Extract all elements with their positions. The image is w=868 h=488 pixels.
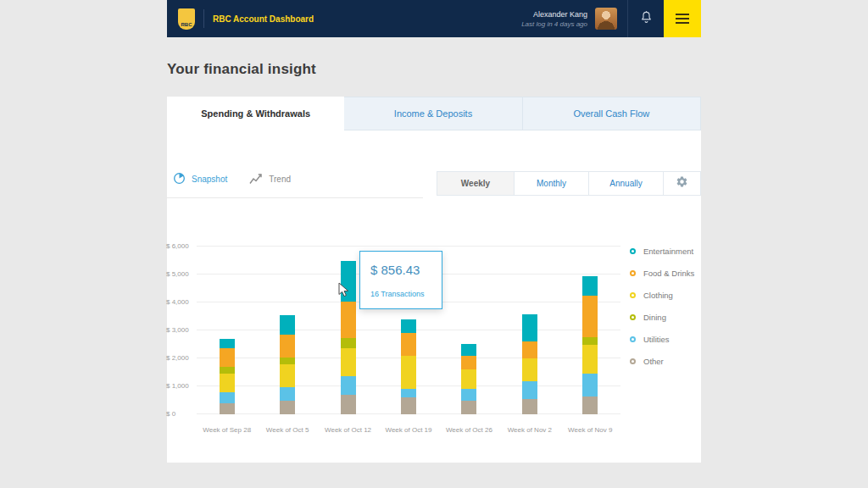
bar-segment[interactable]	[220, 374, 235, 391]
y-axis-tick-label: $ 4,000	[166, 298, 189, 306]
bar-segment[interactable]	[341, 338, 356, 348]
bar-segment[interactable]	[582, 296, 598, 338]
y-axis-tick-label: $ 1,000	[166, 382, 189, 390]
bar-segment[interactable]	[220, 392, 235, 403]
bar-segment[interactable]	[401, 389, 416, 397]
x-axis-label: Week of Oct 19	[378, 426, 438, 434]
hamburger-icon	[676, 14, 689, 24]
bar-segment[interactable]	[582, 374, 598, 396]
bar-segment[interactable]	[280, 358, 295, 364]
x-axis-label: Week of Oct 5	[257, 426, 317, 434]
tooltip-amount: $ 856.43	[370, 263, 431, 277]
bar-segment[interactable]	[280, 335, 295, 358]
y-axis-tick-label: $ 6,000	[166, 242, 189, 250]
bar-segment[interactable]	[280, 315, 295, 335]
bar-segment[interactable]	[582, 345, 598, 374]
y-axis-tick-label: $ 0	[166, 410, 175, 418]
bar-segment[interactable]	[582, 337, 598, 344]
view-toggles: Snapshot Trend	[173, 172, 291, 186]
gear-icon	[676, 175, 688, 191]
pie-chart-icon	[173, 172, 186, 186]
legend-item[interactable]: Dining	[630, 313, 694, 322]
bar-segment[interactable]	[401, 356, 416, 390]
bar-segment[interactable]	[220, 367, 235, 374]
bar-segment[interactable]	[522, 381, 537, 398]
gridline	[197, 246, 620, 247]
tooltip-transactions-link[interactable]: 16 Transactions	[370, 290, 431, 298]
legend-item[interactable]: Food & Drinks	[630, 269, 694, 278]
period-monthly-button[interactable]: Monthly	[515, 171, 589, 196]
legend-swatch	[630, 314, 636, 320]
legend-label: Utilities	[643, 335, 670, 344]
bar-segment[interactable]	[401, 319, 416, 334]
snapshot-label: Snapshot	[192, 175, 227, 184]
rbc-logo: RBC	[178, 8, 195, 30]
period-toggle: Weekly Monthly Annually	[437, 171, 701, 196]
avatar[interactable]	[595, 8, 617, 30]
chart-settings-button[interactable]	[664, 171, 701, 196]
legend-swatch	[630, 292, 636, 298]
bar-segment[interactable]	[341, 348, 356, 376]
legend-item[interactable]: Clothing	[630, 291, 694, 300]
legend-item[interactable]: Other	[630, 357, 694, 366]
tab-income-deposits[interactable]: Income & Deposits	[344, 97, 522, 130]
bar-segment[interactable]	[582, 396, 598, 414]
y-axis-tick-label: $ 5,000	[166, 270, 189, 278]
x-axis-label: Week of Oct 12	[318, 426, 378, 434]
legend-label: Other	[643, 357, 664, 366]
legend-label: Food & Drinks	[643, 269, 694, 278]
bar-segment[interactable]	[341, 302, 356, 338]
legend-label: Clothing	[643, 291, 673, 300]
notifications-button[interactable]	[627, 0, 664, 37]
bar-segment[interactable]	[461, 369, 476, 388]
view-toggle-underline	[167, 197, 423, 198]
legend-item[interactable]: Utilities	[630, 335, 694, 344]
period-annually-button[interactable]: Annually	[589, 171, 664, 196]
x-axis-label: Week of Sep 28	[197, 426, 257, 434]
bar-segment[interactable]	[220, 339, 235, 349]
bar-segment[interactable]	[401, 333, 416, 355]
user-name: Alexander Kang	[521, 10, 587, 19]
bell-icon	[639, 9, 654, 28]
header-divider	[203, 9, 204, 28]
bar-segment[interactable]	[280, 387, 295, 402]
bar-segment[interactable]	[461, 344, 476, 356]
period-weekly-button[interactable]: Weekly	[437, 171, 515, 196]
tab-spending-withdrawals[interactable]: Spending & Withdrawals	[167, 97, 344, 130]
x-axis-label: Week of Oct 26	[439, 426, 499, 434]
rbc-logo-text: RBC	[181, 22, 192, 27]
chart-tooltip: $ 856.43 16 Transactions	[359, 251, 442, 309]
bar-segment[interactable]	[280, 401, 295, 414]
header: RBC RBC Account Dashboard Alexander Kang…	[167, 0, 701, 37]
bar-segment[interactable]	[280, 364, 295, 386]
last-login: Last log in 4 days ago	[521, 20, 587, 28]
tab-overall-cash-flow[interactable]: Overall Cash Flow	[523, 97, 701, 130]
trend-toggle[interactable]: Trend	[249, 173, 291, 186]
bar-segment[interactable]	[582, 276, 598, 296]
trend-icon	[249, 173, 263, 186]
page-title: Your financial insight	[167, 61, 316, 78]
bar-segment[interactable]	[522, 399, 537, 414]
bar-segment[interactable]	[401, 397, 416, 414]
user-info: Alexander Kang Last log in 4 days ago	[521, 10, 587, 28]
legend-item[interactable]: Entertainment	[630, 247, 694, 256]
y-axis-tick-label: $ 3,000	[166, 326, 189, 334]
legend-label: Dining	[643, 313, 666, 322]
bar-segment[interactable]	[341, 376, 356, 394]
trend-label: Trend	[269, 175, 291, 184]
bar-segment[interactable]	[461, 401, 476, 415]
bar-segment[interactable]	[341, 395, 356, 414]
x-axis-labels: Week of Sep 28Week of Oct 5Week of Oct 1…	[197, 426, 620, 436]
mouse-cursor-icon	[338, 282, 349, 301]
legend-swatch	[630, 248, 636, 254]
chart-legend: EntertainmentFood & DrinksClothingDining…	[630, 247, 694, 379]
bar-segment[interactable]	[522, 314, 537, 341]
bar-segment[interactable]	[461, 356, 476, 370]
bar-segment[interactable]	[522, 341, 537, 358]
bar-segment[interactable]	[220, 403, 235, 414]
hamburger-menu-button[interactable]	[664, 0, 701, 37]
bar-segment[interactable]	[522, 358, 537, 381]
snapshot-toggle[interactable]: Snapshot	[173, 172, 227, 186]
bar-segment[interactable]	[461, 389, 476, 401]
bar-segment[interactable]	[220, 348, 235, 366]
